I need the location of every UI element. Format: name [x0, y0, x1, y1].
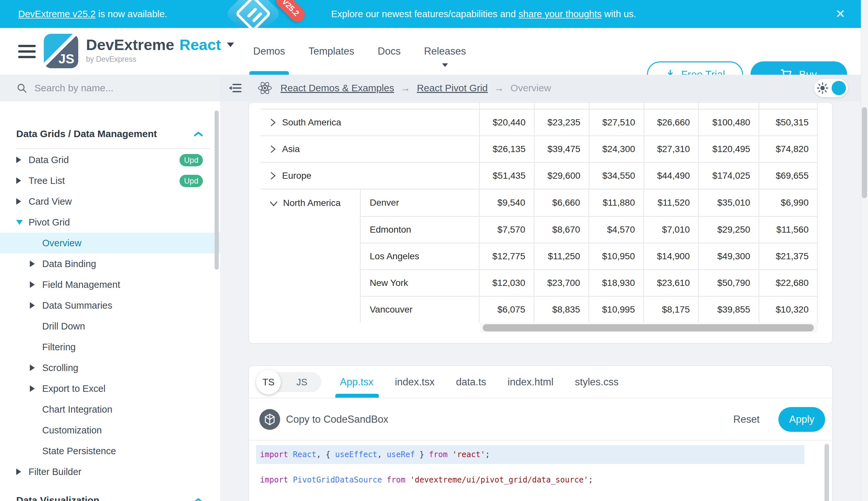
city-cell: Denver — [360, 189, 479, 216]
banner-close-icon[interactable]: ✕ — [836, 0, 845, 28]
tab-styles-css[interactable]: styles.css — [575, 376, 618, 388]
value-cell: $8,835 — [534, 297, 589, 323]
triangle-right-icon — [16, 178, 21, 184]
value-cell: $21,375 — [759, 243, 817, 269]
chevron-right-icon — [269, 118, 276, 127]
value-cell: $11,520 — [644, 189, 698, 216]
scrollbar-thumb[interactable] — [824, 444, 829, 501]
breadcrumb: React Demos & Examples → React Pivot Gri… — [281, 83, 551, 94]
sidebar-item-data-binding[interactable]: Data Binding — [0, 253, 220, 274]
code-panel: TS JS App.tsx index.tsx data.ts index.ht… — [248, 365, 833, 501]
value-cell: $44,490 — [644, 163, 699, 189]
breadcrumb-pivot-grid-link[interactable]: React Pivot Grid — [417, 83, 487, 94]
sidebar-item-filter-builder[interactable]: Filter Builder — [0, 461, 220, 482]
table-row-asia: Asia $26,135 $39,475 $24,300 $27,310 $12… — [261, 136, 817, 162]
sidebar-scrollbar[interactable] — [215, 110, 219, 270]
city-cell: Los Angeles — [360, 243, 479, 269]
sidebar-item-data-grid[interactable]: Data GridUpd — [0, 149, 220, 170]
value-cell: $6,660 — [534, 189, 589, 216]
value-cell: $26,660 — [644, 109, 699, 136]
sidebar-item-pivot-grid[interactable]: Pivot Grid — [0, 212, 220, 233]
code-toolbar: Copy to CodeSandBox Reset Apply — [249, 398, 832, 440]
value-cell: $7,570 — [479, 217, 534, 243]
lang-js[interactable]: JS — [296, 372, 307, 392]
nav-demos[interactable]: Demos — [253, 28, 285, 75]
main-nav: Demos Templates Docs Releases — [253, 28, 466, 75]
row-expand-cell[interactable]: Asia — [261, 136, 479, 162]
apply-button[interactable]: Apply — [778, 407, 825, 432]
banner-release-link[interactable]: DevExtreme v25.2 — [18, 9, 96, 20]
releases-caret-icon — [442, 63, 448, 67]
upd-badge: Upd — [179, 175, 203, 187]
table-horizontal-scrollbar — [480, 323, 818, 333]
triangle-right-icon — [30, 260, 35, 267]
nav-releases[interactable]: Releases — [424, 28, 466, 75]
sidebar-item-data-summaries[interactable]: Data Summaries — [0, 295, 220, 316]
search-input[interactable] — [34, 83, 177, 94]
value-cell: $8,175 — [644, 297, 698, 323]
table-row-denver: Denver $9,540 $6,660 $11,880 $11,520 $35… — [360, 189, 817, 216]
breadcrumb-separator: → — [400, 83, 410, 94]
sidebar-item-customization[interactable]: Customization — [0, 420, 220, 440]
value-cell: $23,610 — [644, 270, 698, 296]
collapse-sidebar-icon[interactable] — [228, 82, 242, 94]
sidebar-item-card-view[interactable]: Card View — [0, 191, 220, 212]
value-cell: $50,315 — [759, 109, 817, 136]
nav-docs[interactable]: Docs — [378, 28, 401, 75]
row-expand-cell[interactable]: Europe — [261, 163, 479, 189]
value-cell: $35,010 — [698, 189, 759, 216]
value-cell: $29,600 — [534, 163, 589, 189]
section-data-grids[interactable]: Data Grids / Data Management — [0, 127, 220, 140]
value-cell: $120,495 — [698, 136, 759, 162]
devextreme-logo[interactable]: JS DevExtreme React by DevExpress — [44, 34, 234, 68]
scrollbar-thumb[interactable] — [862, 107, 867, 198]
tab-data-ts[interactable]: data.ts — [456, 376, 486, 388]
code-line: import Chart, { — [256, 496, 804, 501]
codesandbox-icon[interactable] — [259, 409, 280, 430]
nav-templates[interactable]: Templates — [308, 28, 354, 75]
sidebar: Data Grids / Data Management Data GridUp… — [0, 75, 220, 501]
value-cell: $7,010 — [644, 217, 698, 243]
sidebar-item-chart-integration[interactable]: Chart Integration — [0, 399, 220, 420]
breadcrumb-demos-link[interactable]: React Demos & Examples — [281, 83, 394, 94]
copy-to-codesandbox-button[interactable]: Copy to CodeSandBox — [286, 398, 388, 440]
tab-app-tsx[interactable]: App.tsx — [340, 376, 373, 388]
reset-button[interactable]: Reset — [733, 398, 760, 440]
value-cell: $10,950 — [589, 243, 644, 269]
share-thoughts-link[interactable]: share your thoughts — [518, 9, 602, 20]
sidebar-item-overview[interactable]: Overview — [0, 233, 220, 253]
breadcrumb-current: Overview — [510, 83, 551, 94]
sidebar-item-tree-list[interactable]: Tree ListUpd — [0, 170, 220, 191]
table-row-new-york: New York $12,030 $23,700 $18,930 $23,610… — [360, 269, 817, 296]
scrollbar-thumb[interactable] — [483, 324, 814, 331]
sidebar-item-drill-down[interactable]: Drill Down — [0, 316, 220, 337]
lang-ts[interactable]: TS — [256, 370, 281, 394]
banner-message: Explore our newest features/capabilities… — [331, 0, 636, 28]
sidebar-item-state-persistence[interactable]: State Persistence — [0, 440, 220, 461]
value-cell: $29,250 — [698, 217, 759, 243]
upd-badge: Upd — [179, 154, 203, 166]
sidebar-item-filtering[interactable]: Filtering — [0, 337, 220, 358]
row-expand-cell[interactable]: South America — [261, 109, 479, 136]
platform-caret-icon[interactable] — [227, 43, 234, 47]
theme-toggle[interactable] — [814, 79, 848, 97]
value-cell: $174,025 — [698, 163, 759, 189]
tab-index-html[interactable]: index.html — [508, 376, 553, 388]
tab-index-tsx[interactable]: index.tsx — [395, 376, 434, 388]
code-scrollbar — [824, 444, 829, 501]
lang-toggle[interactable]: TS JS — [257, 372, 321, 392]
sidebar-item-scrolling[interactable]: Scrolling — [0, 358, 220, 378]
sidebar-item-export-to-excel[interactable]: Export to Excel — [0, 378, 220, 399]
sidebar-item-field-management[interactable]: Field Management — [0, 274, 220, 295]
value-cell: $51,435 — [479, 163, 534, 189]
row-collapse-cell[interactable]: North America — [261, 189, 360, 323]
chevron-up-icon — [194, 498, 203, 501]
value-cell: $27,310 — [644, 136, 699, 162]
table-row-europe: Europe $51,435 $29,600 $34,550 $44,490 $… — [261, 162, 817, 189]
value-cell: $14,900 — [644, 243, 698, 269]
value-cell: $23,700 — [534, 270, 589, 296]
value-cell: $20,440 — [479, 109, 534, 136]
hamburger-menu-icon[interactable] — [18, 45, 36, 58]
section-data-visualization[interactable]: Data Visualization — [0, 490, 220, 501]
code-editor[interactable]: import React, { useEffect, useRef } from… — [249, 440, 832, 501]
